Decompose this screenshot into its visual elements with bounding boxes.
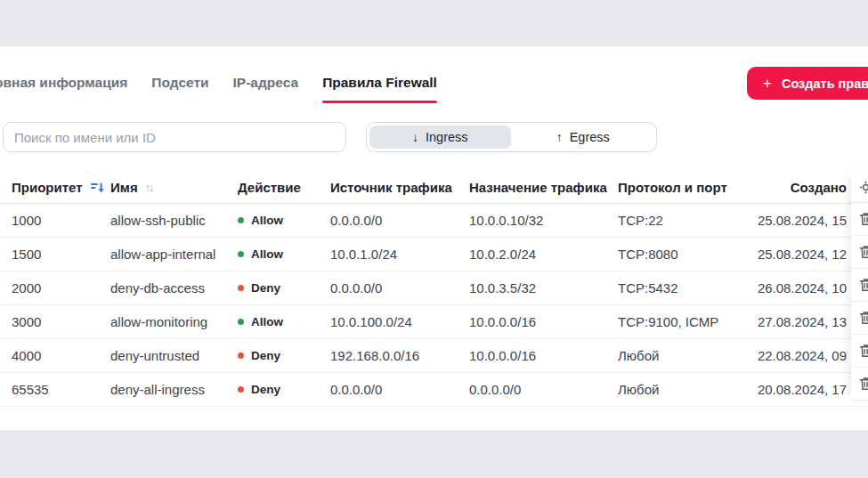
action-value: Deny <box>251 349 280 362</box>
firewall-rules-page: Основная информация Подсети IP-адреса Пр… <box>0 0 868 478</box>
column-header-created: Создано <box>741 180 868 195</box>
rule-name: allow-app-internal <box>110 247 238 262</box>
protocol-value: TCP:8080 <box>618 247 741 262</box>
action-value: Deny <box>251 281 280 295</box>
trash-icon <box>859 212 868 226</box>
delete-rule-button[interactable] <box>859 245 868 259</box>
rule-name: allow-ssh-public <box>110 213 238 228</box>
tab-ip-addresses[interactable]: IP-адреса <box>233 75 299 91</box>
created-value: 20.08.2024, 17 <box>741 382 868 397</box>
column-header-priority[interactable]: Приоритет <box>0 180 110 195</box>
action-value: Allow <box>251 315 283 328</box>
tab-bar: Основная информация Подсети IP-адреса Пр… <box>0 75 437 91</box>
status-dot <box>238 251 244 257</box>
trash-icon <box>859 278 868 292</box>
priority-value: 3000 <box>0 314 110 329</box>
sort-both-icon[interactable]: ↑↓ <box>145 182 153 194</box>
traffic-direction-toggle: ↓ Ingress ↑ Egress <box>366 122 657 152</box>
delete-rule-button[interactable] <box>859 212 868 226</box>
created-value: 22.08.2024, 09 <box>741 348 868 363</box>
destination-value: 10.0.0.0/16 <box>469 314 618 329</box>
delete-rule-button[interactable] <box>859 377 868 391</box>
source-value: 0.0.0.0/0 <box>330 280 469 296</box>
column-header-action: Действие <box>238 180 330 195</box>
trash-icon <box>859 245 868 259</box>
ingress-label: Ingress <box>426 130 468 144</box>
status-dot <box>238 285 244 291</box>
rule-name: deny-untrusted <box>110 348 238 363</box>
created-value: 26.08.2024, 10 <box>741 280 868 296</box>
priority-value: 2000 <box>0 280 110 296</box>
column-header-protocol: Протокол и порт <box>618 180 741 195</box>
rule-name: deny-db-access <box>110 280 238 296</box>
table-row[interactable]: 2000 deny-db-access Deny 0.0.0.0/0 10.0.… <box>0 271 868 305</box>
status-dot <box>238 319 244 325</box>
rule-name: allow-monitoring <box>110 314 238 329</box>
table-row[interactable]: 3000 allow-monitoring Allow 10.0.100.0/2… <box>0 305 868 339</box>
protocol-value: TCP:9100, ICMP <box>618 314 741 329</box>
table-row[interactable]: 4000 deny-untrusted Deny 192.168.0.0/16 … <box>0 339 868 373</box>
arrow-up-icon: ↑ <box>556 130 563 144</box>
egress-label: Egress <box>570 130 610 144</box>
source-value: 0.0.0.0/0 <box>330 382 469 397</box>
firewall-rules-table: Приоритет Имя ↑↓ Действие Источник трафи… <box>0 172 868 407</box>
tab-general-info[interactable]: Основная информация <box>0 75 127 91</box>
table-row[interactable]: 65535 deny-all-ingress Deny 0.0.0.0/0 0.… <box>0 373 868 407</box>
delete-rule-button[interactable] <box>859 344 868 358</box>
ingress-toggle-button[interactable]: ↓ Ingress <box>369 126 511 149</box>
top-page-band <box>0 0 868 46</box>
column-header-source: Источник трафика <box>330 180 469 195</box>
tab-firewall-rules[interactable]: Правила Firewall <box>322 75 437 91</box>
protocol-value: Любой <box>618 348 741 363</box>
bottom-page-band <box>0 430 868 478</box>
arrow-down-icon: ↓ <box>412 130 418 144</box>
status-dot <box>238 352 244 359</box>
destination-value: 10.0.0.10/32 <box>469 213 618 228</box>
tab-firewall-rules-label: Правила Firewall <box>322 75 437 90</box>
plus-icon: + <box>763 76 772 91</box>
name-header-label: Имя <box>110 180 138 195</box>
protocol-value: TCP:5432 <box>618 280 741 296</box>
destination-value: 10.0.2.0/24 <box>469 247 618 262</box>
actions-column-header <box>851 172 868 203</box>
column-header-name[interactable]: Имя ↑↓ <box>110 180 238 195</box>
priority-value: 1500 <box>0 247 110 262</box>
priority-value: 4000 <box>0 348 110 363</box>
source-value: 192.168.0.0/16 <box>330 348 469 363</box>
created-value: 25.08.2024, 12 <box>741 247 868 262</box>
table-row[interactable]: 1500 allow-app-internal Allow 10.0.1.0/2… <box>0 238 868 271</box>
create-rule-button-label: Создать правило <box>782 77 868 91</box>
priority-value: 1000 <box>0 213 110 228</box>
tab-subnets[interactable]: Подсети <box>151 75 208 91</box>
source-value: 10.0.100.0/24 <box>330 314 469 329</box>
gear-icon <box>859 181 868 194</box>
search-input[interactable] <box>3 122 346 152</box>
source-value: 0.0.0.0/0 <box>330 213 469 228</box>
active-tab-underline <box>322 101 437 103</box>
protocol-value: TCP:22 <box>618 213 741 228</box>
action-value: Allow <box>251 214 283 227</box>
created-value: 27.08.2024, 13 <box>741 314 868 329</box>
destination-value: 10.0.0.0/16 <box>469 348 618 363</box>
table-header-row: Приоритет Имя ↑↓ Действие Источник трафи… <box>0 172 868 204</box>
status-dot <box>238 217 244 223</box>
table-row[interactable]: 1000 allow-ssh-public Allow 0.0.0.0/0 10… <box>0 204 868 238</box>
row-actions-column <box>851 172 868 401</box>
status-dot <box>238 386 244 393</box>
priority-header-label: Приоритет <box>12 180 83 195</box>
destination-value: 10.0.3.5/32 <box>469 280 618 296</box>
sort-descending-icon[interactable] <box>90 181 104 194</box>
source-value: 10.0.1.0/24 <box>330 247 469 262</box>
trash-icon <box>859 311 868 325</box>
egress-toggle-button[interactable]: ↑ Egress <box>513 126 654 149</box>
trash-icon <box>859 344 868 358</box>
action-value: Deny <box>251 383 280 396</box>
delete-rule-button[interactable] <box>859 311 868 325</box>
delete-rule-button[interactable] <box>859 278 868 292</box>
priority-value: 65535 <box>0 382 110 397</box>
create-rule-button[interactable]: + Создать правило <box>747 67 868 100</box>
column-header-destination: Назначение трафика <box>469 180 618 195</box>
trash-icon <box>859 377 868 391</box>
destination-value: 0.0.0.0/0 <box>469 382 618 397</box>
rule-name: deny-all-ingress <box>110 382 238 397</box>
